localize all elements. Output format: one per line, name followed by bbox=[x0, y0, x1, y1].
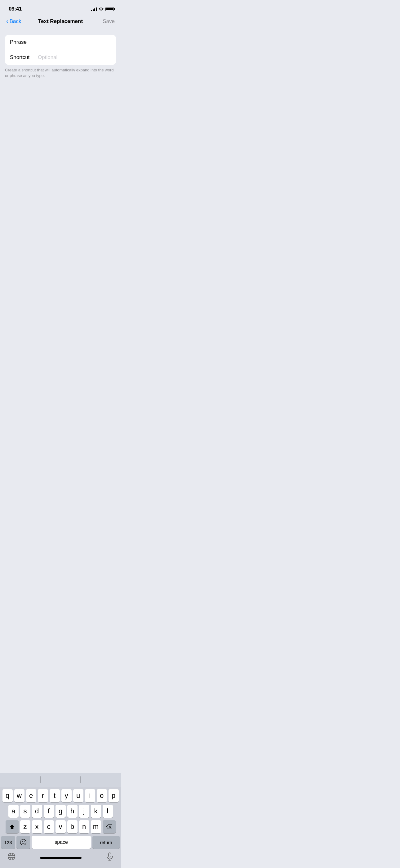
back-chevron-icon: ‹ bbox=[6, 18, 8, 25]
phrase-input[interactable] bbox=[38, 39, 111, 45]
shortcut-input[interactable] bbox=[38, 54, 111, 61]
back-button[interactable]: ‹ Back bbox=[6, 18, 28, 25]
status-time: 09:41 bbox=[9, 6, 22, 12]
battery-icon bbox=[105, 7, 115, 11]
status-icons bbox=[91, 6, 115, 11]
phrase-label: Phrase bbox=[10, 39, 38, 45]
save-button[interactable]: Save bbox=[93, 18, 115, 25]
signal-icon bbox=[91, 7, 97, 11]
back-label: Back bbox=[10, 18, 22, 25]
page-title: Text Replacement bbox=[28, 18, 93, 25]
status-bar: 09:41 bbox=[0, 0, 121, 16]
wifi-icon bbox=[99, 6, 104, 11]
shortcut-row: Shortcut bbox=[5, 50, 116, 65]
text-replacement-form: Phrase Shortcut bbox=[5, 35, 116, 65]
content-area bbox=[0, 85, 121, 178]
shortcut-label: Shortcut bbox=[10, 54, 38, 61]
phrase-row: Phrase bbox=[5, 35, 116, 50]
nav-bar: ‹ Back Text Replacement Save bbox=[0, 16, 121, 29]
helper-text: Create a shortcut that will automaticall… bbox=[5, 67, 116, 79]
